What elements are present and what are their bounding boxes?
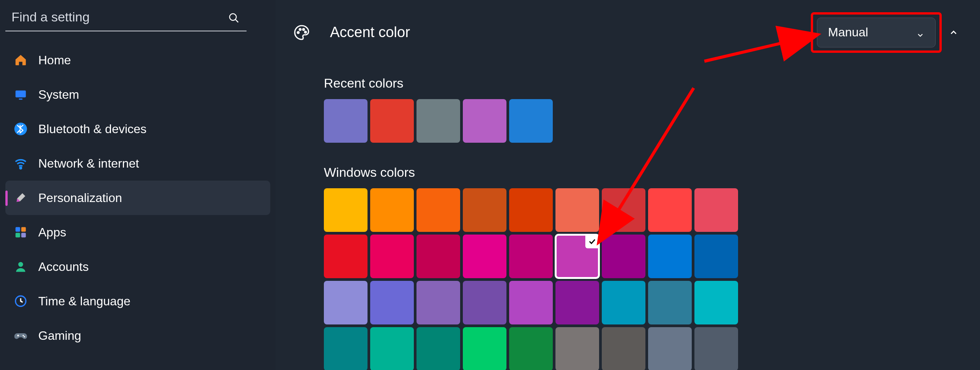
sidebar-item-label: Home <box>38 53 71 67</box>
windows-color-swatch[interactable] <box>694 281 738 324</box>
recent-colors-section: Recent colors <box>276 76 980 143</box>
wifi-icon <box>14 156 28 170</box>
windows-color-swatch[interactable] <box>416 235 460 278</box>
svg-rect-6 <box>16 227 20 232</box>
windows-color-swatch[interactable] <box>555 188 599 232</box>
sidebar-item-bluetooth-devices[interactable]: Bluetooth & devices <box>5 112 270 146</box>
windows-colors-title: Windows colors <box>324 165 980 180</box>
windows-color-swatch[interactable] <box>648 188 692 232</box>
windows-color-swatch[interactable] <box>694 188 738 232</box>
svg-point-16 <box>303 28 304 30</box>
svg-rect-3 <box>19 99 23 100</box>
recent-color-swatch[interactable] <box>509 99 553 143</box>
svg-point-14 <box>297 31 299 33</box>
search-input[interactable] <box>5 5 247 31</box>
sidebar-item-accounts[interactable]: Accounts <box>5 249 270 284</box>
windows-color-swatch[interactable] <box>509 327 553 370</box>
windows-color-swatch[interactable] <box>509 235 553 278</box>
main-panel: Accent color Manual Recent colors <box>276 0 980 370</box>
accent-color-mode-dropdown[interactable]: Manual <box>817 18 936 47</box>
windows-color-swatch[interactable] <box>648 235 692 278</box>
windows-color-swatch[interactable] <box>416 281 460 324</box>
windows-color-swatch[interactable] <box>555 281 599 324</box>
windows-colors-row <box>324 327 980 370</box>
recent-color-swatch[interactable] <box>463 99 506 143</box>
svg-point-17 <box>305 31 306 33</box>
windows-color-swatch[interactable] <box>370 281 414 324</box>
windows-color-swatch[interactable] <box>463 281 506 324</box>
sidebar-item-label: Apps <box>38 225 66 240</box>
dropdown-value: Manual <box>828 25 868 39</box>
svg-rect-2 <box>16 91 26 98</box>
windows-color-swatch[interactable] <box>694 235 738 278</box>
windows-color-swatch[interactable] <box>602 327 645 370</box>
windows-color-swatch[interactable] <box>602 281 645 324</box>
windows-color-swatch[interactable] <box>509 188 553 232</box>
sidebar-item-time-language[interactable]: Time & language <box>5 284 270 318</box>
sidebar: HomeSystemBluetooth & devicesNetwork & i… <box>0 0 276 370</box>
windows-color-swatch[interactable] <box>648 281 692 324</box>
windows-color-swatch[interactable] <box>555 235 599 278</box>
sidebar-item-gaming[interactable]: Gaming <box>5 318 270 353</box>
windows-color-swatch[interactable] <box>370 188 414 232</box>
windows-color-swatch[interactable] <box>324 327 368 370</box>
windows-color-swatch[interactable] <box>324 235 368 278</box>
windows-color-swatch[interactable] <box>370 327 414 370</box>
search-wrap <box>5 5 247 31</box>
windows-color-swatch[interactable] <box>370 235 414 278</box>
recent-color-swatch[interactable] <box>416 99 460 143</box>
accounts-icon <box>14 260 28 274</box>
svg-point-5 <box>20 167 21 169</box>
windows-color-swatch[interactable] <box>416 188 460 232</box>
sidebar-item-apps[interactable]: Apps <box>5 215 270 249</box>
sidebar-item-system[interactable]: System <box>5 77 270 112</box>
svg-point-4 <box>15 123 27 135</box>
recent-color-swatch[interactable] <box>324 99 368 143</box>
svg-point-12 <box>23 335 24 336</box>
windows-color-swatch[interactable] <box>602 188 645 232</box>
svg-rect-9 <box>21 233 26 238</box>
sidebar-item-network-internet[interactable]: Network & internet <box>5 146 270 181</box>
svg-point-10 <box>18 262 23 267</box>
windows-color-swatch[interactable] <box>602 235 645 278</box>
sidebar-item-label: Network & internet <box>38 156 139 171</box>
apps-icon <box>14 225 28 239</box>
windows-colors-row <box>324 281 980 324</box>
sidebar-item-label: Gaming <box>38 329 81 343</box>
windows-color-swatch[interactable] <box>694 327 738 370</box>
windows-color-swatch[interactable] <box>648 327 692 370</box>
windows-color-swatch[interactable] <box>463 327 506 370</box>
svg-point-15 <box>299 28 301 30</box>
svg-line-1 <box>235 20 238 22</box>
accent-color-header: Accent color Manual <box>276 0 980 65</box>
windows-color-swatch[interactable] <box>555 327 599 370</box>
bluetooth-icon <box>14 122 28 136</box>
windows-color-swatch[interactable] <box>463 188 506 232</box>
collapse-section-button[interactable] <box>944 23 963 42</box>
windows-color-swatch[interactable] <box>324 281 368 324</box>
windows-color-swatch[interactable] <box>509 281 553 324</box>
windows-color-swatch[interactable] <box>416 327 460 370</box>
sidebar-item-personalization[interactable]: Personalization <box>5 181 270 215</box>
palette-icon <box>292 23 311 42</box>
windows-colors-row <box>324 235 980 278</box>
gaming-icon <box>14 329 28 342</box>
recent-color-swatch[interactable] <box>370 99 414 143</box>
brush-icon <box>14 191 28 205</box>
sidebar-item-home[interactable]: Home <box>5 43 270 77</box>
windows-colors-section: Windows colors <box>276 165 980 370</box>
home-icon <box>14 53 28 67</box>
sidebar-item-label: System <box>38 88 79 102</box>
sidebar-item-label: Accounts <box>38 260 89 274</box>
svg-rect-7 <box>21 227 26 232</box>
windows-color-swatch[interactable] <box>324 188 368 232</box>
checkmark-icon <box>585 235 599 248</box>
system-icon <box>14 88 28 101</box>
time-icon <box>14 294 28 308</box>
recent-colors-title: Recent colors <box>324 76 980 91</box>
sidebar-item-label: Bluetooth & devices <box>38 122 147 136</box>
windows-colors-row <box>324 188 980 232</box>
sidebar-item-label: Time & language <box>38 294 131 308</box>
windows-color-swatch[interactable] <box>463 235 506 278</box>
accent-color-title: Accent color <box>330 24 817 41</box>
